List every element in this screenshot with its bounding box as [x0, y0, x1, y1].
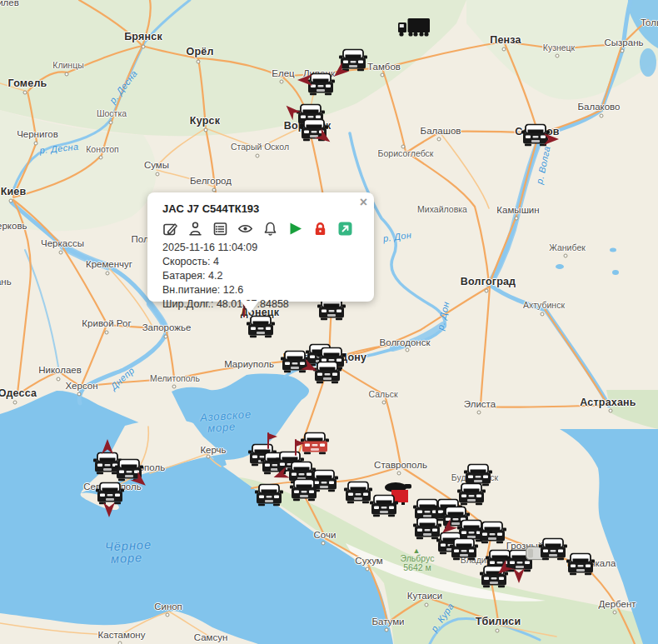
direction-arrow-icon: [102, 502, 116, 518]
car-icon[interactable]: [566, 553, 595, 576]
popup-pointer: [241, 301, 259, 313]
lock-icon[interactable]: [312, 221, 328, 237]
vehicle-info-lines: 2025-11-16 11:04:09Скорость: 4Батарея: 4…: [162, 241, 362, 312]
info-line: Вн.питание: 12.6: [162, 283, 362, 297]
edit-icon[interactable]: [162, 221, 178, 237]
direction-arrow-icon: [101, 438, 114, 455]
car-icon[interactable]: [370, 495, 398, 517]
driver-icon[interactable]: [187, 221, 203, 237]
info-line: Скорость: 4: [162, 255, 362, 269]
popup-toolbar: [162, 220, 362, 237]
close-icon[interactable]: ×: [360, 196, 367, 209]
map-vehicles-layer: [0, 0, 658, 644]
direction-arrow-icon: [297, 73, 313, 87]
car-icon[interactable]: [255, 484, 283, 507]
car-icon[interactable]: [450, 538, 478, 561]
vehicle-title: JAC J7 С544ТК193: [162, 202, 362, 215]
vehicle-popup: × JAC J7 С544ТК193 2025-11-16 11:04:09Ск…: [147, 192, 374, 302]
info-line: Шир.Долг.: 48.01,37.84858: [162, 297, 362, 312]
info-line: Батарея: 4.2: [162, 269, 362, 283]
map-canvas[interactable]: илевБрянскОрёлКлинцыГомельШосткаКурскЧер…: [0, 0, 658, 644]
bell-icon[interactable]: [262, 221, 278, 237]
direction-arrow-icon: [543, 132, 560, 146]
car-icon[interactable]: [478, 522, 506, 544]
eye-icon[interactable]: [237, 221, 253, 237]
car-icon[interactable]: [290, 479, 318, 502]
info-line: 2025-11-16 11:04:09: [162, 241, 362, 255]
car-icon[interactable]: [247, 316, 275, 338]
external-link-icon[interactable]: [337, 221, 353, 237]
car-icon[interactable]: [344, 482, 372, 504]
flag-marker-icon: [293, 439, 307, 456]
car-icon[interactable]: [539, 538, 567, 561]
flag-marker-icon: [266, 432, 279, 449]
list-icon[interactable]: [212, 221, 228, 237]
play-icon[interactable]: [287, 221, 303, 237]
truck-icon[interactable]: [397, 16, 431, 37]
direction-arrow-icon: [512, 567, 526, 584]
